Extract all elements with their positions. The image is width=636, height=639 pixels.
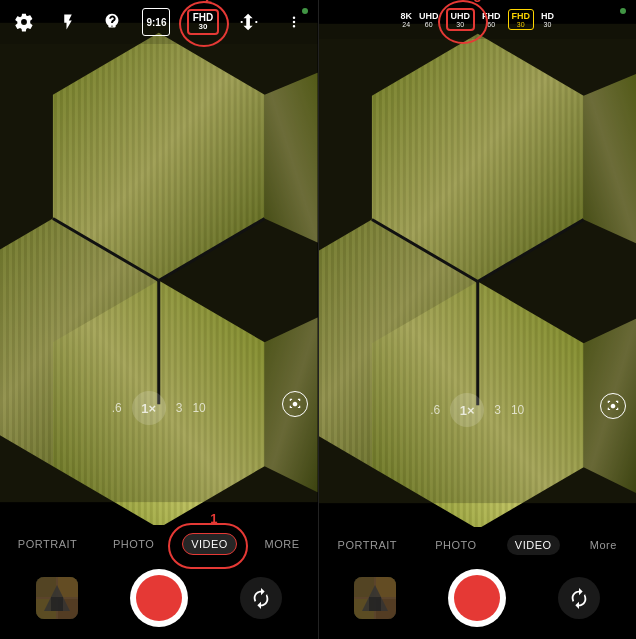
mode-video-wrapper-left: VIDEO 1 [182, 533, 237, 555]
mode-photo-right[interactable]: PHOTO [427, 535, 484, 555]
zoom-3-btn-right[interactable]: 3 [494, 403, 501, 417]
svg-rect-22 [51, 597, 63, 611]
toolbar-left: 9:16 FHD 30 2 [0, 0, 318, 44]
bottom-controls-right [319, 561, 637, 639]
gallery-thumb-left[interactable] [36, 577, 78, 619]
annotation-number-1: 1 [210, 511, 217, 526]
rotate-btn-left[interactable] [240, 577, 282, 619]
mode-selector-left: PORTRAIT PHOTO VIDEO 1 MORE [0, 525, 318, 561]
res-fhd30[interactable]: FHD 30 [508, 9, 535, 30]
zoom-10-btn[interactable]: 10 [192, 401, 205, 415]
zoom-10-btn-right[interactable]: 10 [511, 403, 524, 417]
flash-icon[interactable] [54, 8, 82, 36]
camera-panel-right: 8K 24 UHD 60 UHD 30 3 FHD [319, 0, 637, 639]
toolbar-right: 8K 24 UHD 60 UHD 30 3 FHD [319, 0, 637, 39]
zoom-3-btn[interactable]: 3 [176, 401, 183, 415]
zoom-1x-btn-right[interactable]: 1× [450, 393, 484, 427]
focus-icon-right[interactable] [600, 393, 626, 419]
rotate-btn-right[interactable] [558, 577, 600, 619]
zoom-06-btn-right[interactable]: .6 [430, 403, 440, 417]
svg-rect-34 [319, 24, 637, 503]
shutter-inner-left [136, 575, 182, 621]
mode-more-left[interactable]: MORE [257, 534, 308, 554]
gallery-thumb-right[interactable] [354, 577, 396, 619]
mode-portrait-right[interactable]: PORTRAIT [330, 535, 405, 555]
focus-icon-left[interactable] [282, 391, 308, 417]
bottom-controls-left [0, 561, 318, 639]
res-uhd30-wrapper: UHD 30 3 [446, 8, 476, 31]
zoom-controls-right: .6 1× 3 10 [319, 393, 637, 427]
svg-rect-11 [0, 23, 318, 502]
res-8k[interactable]: 8K 24 [400, 11, 412, 28]
zoom-controls-left: .6 1× 3 10 [0, 391, 318, 425]
res-uhd30[interactable]: UHD 30 [446, 8, 476, 31]
viewfinder-right[interactable]: 8K 24 UHD 60 UHD 30 3 FHD [319, 0, 637, 527]
annotation-number-2: 2 [205, 0, 212, 6]
mode-selector-right: PORTRAIT PHOTO VIDEO More [319, 527, 637, 561]
res-uhd60[interactable]: UHD 60 [419, 11, 439, 28]
res-hd30[interactable]: HD 30 [541, 11, 554, 28]
mode-video-left[interactable]: VIDEO [182, 533, 237, 555]
svg-rect-45 [369, 597, 381, 611]
zoom-1x-btn[interactable]: 1× [132, 391, 166, 425]
res-fhd60[interactable]: FHD 60 [482, 11, 501, 28]
resolution-badge-left[interactable]: FHD 30 2 [187, 9, 220, 35]
camera-panel-left: 9:16 FHD 30 2 [0, 0, 318, 639]
mode-more-right[interactable]: More [582, 535, 625, 555]
annotation-number-3: 3 [474, 0, 481, 5]
mode-photo-left[interactable]: PHOTO [105, 534, 162, 554]
mode-portrait-left[interactable]: PORTRAIT [10, 534, 85, 554]
stabilize-icon[interactable] [98, 8, 126, 36]
shutter-btn-right[interactable] [448, 569, 506, 627]
shutter-inner-right [454, 575, 500, 621]
hdr-icon[interactable] [235, 8, 263, 36]
zoom-06-btn[interactable]: .6 [112, 401, 122, 415]
shutter-btn-left[interactable] [130, 569, 188, 627]
ratio-badge[interactable]: 9:16 [142, 8, 170, 36]
more-options-icon[interactable] [280, 8, 308, 36]
mode-video-right[interactable]: VIDEO [507, 535, 560, 555]
viewfinder-left[interactable]: 9:16 FHD 30 2 [0, 0, 318, 525]
settings-icon[interactable] [10, 8, 38, 36]
